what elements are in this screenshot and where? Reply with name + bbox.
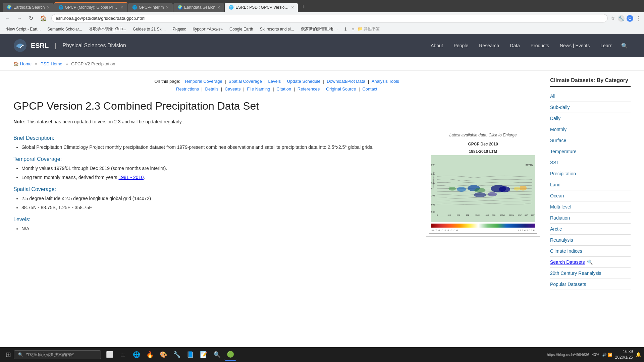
tab-earthdata-2[interactable]: 🌍 Earthdata Search × xyxy=(173,3,224,12)
sidebar-item-precipitation[interactable]: Precipitation xyxy=(550,168,631,179)
sidebar-item-20th-century[interactable]: 20th Century Reanalysis xyxy=(550,268,631,279)
tab-close-3[interactable]: × xyxy=(166,5,168,10)
svg-text:30E: 30E xyxy=(447,214,451,216)
sidebar-item-sst[interactable]: SST xyxy=(550,157,631,168)
tab-close-2[interactable]: × xyxy=(121,5,123,10)
sidebar-item-daily[interactable]: Daily xyxy=(550,113,631,124)
sidebar-item-multilevel[interactable]: Multi-level xyxy=(550,201,631,213)
nav-people[interactable]: People xyxy=(449,40,473,51)
sidebar-item-temperature[interactable]: Temperature xyxy=(550,146,631,157)
nav-products[interactable]: Products xyxy=(526,40,554,51)
tab-favicon-5: 🌐 xyxy=(229,5,233,10)
back-button[interactable]: ← xyxy=(3,15,12,22)
nav-search-icon[interactable]: 🔍 xyxy=(619,40,631,52)
map-title-line1: GPCP Dec 2019 xyxy=(431,140,535,148)
sidebar-item-radiation[interactable]: Radiation xyxy=(550,213,631,224)
bookmark-item-2[interactable]: Semantic Scholar... xyxy=(45,26,85,32)
page-link-restrictions[interactable]: Restrictions xyxy=(176,86,199,92)
spatial-item-1: 2.5 degree latitude x 2.5 degree longitu… xyxy=(21,195,419,202)
svg-text:90N: 90N xyxy=(431,164,435,166)
tab-title-5: ESRL : PSD : GPCP Version 2.3 xyxy=(235,5,289,10)
nav-data[interactable]: Data xyxy=(505,40,525,51)
page-link-analysis[interactable]: Analysis Tools xyxy=(372,79,399,84)
sidebar-search-label[interactable]: Search Datasets xyxy=(550,259,585,265)
bookmark-item-9[interactable]: 俄罗斯的滑雪胜地-... xyxy=(298,25,340,33)
nav-news-events[interactable]: News | Events xyxy=(555,40,594,51)
bookmarks-bar: *New Script - Eart... Semantic Scholar..… xyxy=(0,24,644,34)
sidebar-item-all[interactable]: All xyxy=(550,91,631,102)
tab-close-1[interactable]: × xyxy=(47,5,49,10)
page-link-filenaming[interactable]: File Naming xyxy=(247,86,270,92)
tab-esrl-psd[interactable]: 🌐 ESRL : PSD : GPCP Version 2.3 × xyxy=(225,3,298,12)
sidebar-search-icon[interactable]: 🔍 xyxy=(587,259,593,265)
bookmark-star-icon[interactable]: ☆ xyxy=(610,15,615,21)
bookmark-item-1[interactable]: *New Script - Eart... xyxy=(3,26,43,32)
sidebar-item-surface[interactable]: Surface xyxy=(550,135,631,146)
tab-earthdata-1[interactable]: 🌍 Earthdata Search × xyxy=(3,3,54,12)
page-link-spatial[interactable]: Spatial Coverage xyxy=(228,79,262,84)
note-label: Note: xyxy=(13,119,25,124)
description-row: Brief Description: Global Precipitation … xyxy=(13,130,540,237)
bookmark-more-icon[interactable]: » xyxy=(352,27,354,32)
tab-close-4[interactable]: × xyxy=(217,5,220,10)
sidebar-title: Climate Datasets: By Category xyxy=(550,77,631,87)
page-link-original-source[interactable]: Original Source xyxy=(326,86,356,92)
page-link-contact[interactable]: Contact xyxy=(362,86,377,92)
site-logo[interactable]: ESRL | Physical Sciences Division xyxy=(13,39,126,52)
forward-button[interactable]: → xyxy=(15,15,24,22)
bookmark-item-4[interactable]: Guides to 21 Ski... xyxy=(130,26,168,32)
bookmark-folder-icon[interactable]: 📁 其他书签 xyxy=(358,26,380,32)
bookmark-item-7[interactable]: Google Earth xyxy=(227,26,256,32)
sidebar-item-land[interactable]: Land xyxy=(550,179,631,190)
page-link-references[interactable]: References xyxy=(298,86,320,92)
spatial-item-2: 88.75N - 88.75S, 1.25E - 358.75E xyxy=(21,204,419,211)
tab-bar: 🌍 Earthdata Search × 🌐 GPCP (Monthly): G… xyxy=(3,2,641,12)
page-link-download[interactable]: Download/Plot Data xyxy=(327,79,365,84)
nav-about[interactable]: About xyxy=(426,40,448,51)
new-tab-button[interactable]: + xyxy=(299,2,308,12)
sidebar-item-ocean[interactable]: Ocean xyxy=(550,190,631,201)
sidebar-item-monthly[interactable]: Monthly xyxy=(550,124,631,135)
page-link-details[interactable]: Details xyxy=(205,86,219,92)
nav-research[interactable]: Research xyxy=(474,40,504,51)
tab-close-5[interactable]: × xyxy=(291,5,294,10)
profile-icon[interactable]: C xyxy=(627,15,633,22)
sidebar-search-datasets[interactable]: Search Datasets 🔍 xyxy=(550,257,631,268)
sidebar-item-subdaily[interactable]: Sub-daily xyxy=(550,102,631,113)
bookmark-item-8[interactable]: Ski resorts and sl... xyxy=(257,26,297,32)
breadcrumb-sep-1: » xyxy=(35,61,37,66)
sidebar-item-popular[interactable]: Popular Datasets xyxy=(550,279,631,290)
sidebar-item-climate-indices[interactable]: Climate Indices xyxy=(550,246,631,257)
page-link-update[interactable]: Update Schedule xyxy=(287,79,321,84)
map-container[interactable]: Latest available data: Click to Enlarge … xyxy=(426,130,540,237)
page-link-levels[interactable]: Levels xyxy=(268,79,281,84)
bookmark-item-10[interactable]: 1 xyxy=(342,26,350,32)
home-button[interactable]: 🏠 xyxy=(38,14,49,22)
spatial-list: 2.5 degree latitude x 2.5 degree longitu… xyxy=(21,195,419,211)
address-input[interactable] xyxy=(51,14,608,22)
tab-gpcp-interim[interactable]: 🌐 GPCP-Interim × xyxy=(128,3,173,12)
reload-button[interactable]: ↻ xyxy=(27,14,35,22)
page-link-temporal[interactable]: Temporal Coverage xyxy=(184,79,222,84)
bookmark-item-5[interactable]: Яндекс xyxy=(170,26,189,32)
bookmark-item-3[interactable]: 谷歌学术镜像_Goo... xyxy=(86,25,129,33)
browser-toolbar-icons: 🔧 C ⋮ xyxy=(618,15,641,22)
more-options-icon[interactable]: ⋮ xyxy=(635,15,641,22)
levels-list: N/A xyxy=(21,225,419,232)
sidebar-item-arctic[interactable]: Arctic xyxy=(550,224,631,235)
breadcrumb-home-link[interactable]: Home xyxy=(20,61,32,66)
temporal-link-years[interactable]: 1981 - 2010 xyxy=(118,175,144,180)
svg-text:90W: 90W xyxy=(518,214,522,216)
bookmark-item-6[interactable]: Курорт «Архыз» xyxy=(190,26,225,32)
page-link-citation[interactable]: Citation xyxy=(276,86,291,92)
breadcrumb-psd-link[interactable]: PSD Home xyxy=(41,61,62,66)
sidebar-item-reanalysis[interactable]: Reanalysis xyxy=(550,235,631,246)
extensions-icon[interactable]: 🔧 xyxy=(618,15,625,22)
colorbar-max: 1 2 3 4 5 6 7 8 xyxy=(518,229,535,232)
tab-favicon-4: 🌍 xyxy=(177,5,182,10)
esrl-logo-icon xyxy=(13,39,27,52)
page-link-caveats[interactable]: Caveats xyxy=(225,86,241,92)
logo-subtitle: Physical Sciences Division xyxy=(63,43,126,49)
nav-learn[interactable]: Learn xyxy=(596,40,617,51)
tab-gpcp-monthly[interactable]: 🌐 GPCP (Monthly): Global Precip... × xyxy=(54,2,127,12)
